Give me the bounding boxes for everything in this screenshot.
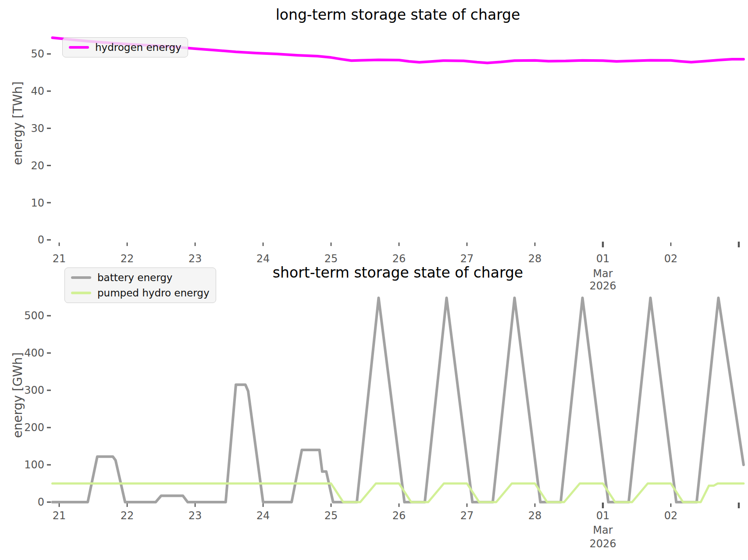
x-tick-label: 02 bbox=[664, 253, 678, 265]
x-tick-sublabel: 2026 bbox=[589, 538, 616, 550]
legend-short-term: battery energypumped hydro energy bbox=[64, 268, 216, 303]
y-tick-mark bbox=[47, 239, 51, 241]
y-tick-label: 50 bbox=[31, 48, 44, 60]
legend-line-sample bbox=[71, 292, 91, 294]
x-tick-label: 23 bbox=[189, 253, 202, 265]
x-tick-label: 22 bbox=[121, 253, 134, 265]
y-tick-label: 300 bbox=[24, 384, 44, 396]
x-tick-label: 24 bbox=[256, 253, 270, 265]
x-tick-label: 01 bbox=[596, 510, 610, 522]
x-tick-label: 24 bbox=[256, 510, 270, 522]
figure: 01020304050212223242526272801Mar20260201… bbox=[0, 0, 748, 560]
x-tick-mark bbox=[127, 243, 128, 246]
x-tick-mark bbox=[59, 503, 60, 507]
x-tick-mark-major bbox=[738, 242, 740, 247]
x-tick-mark bbox=[670, 243, 672, 246]
x-tick-mark bbox=[467, 243, 468, 246]
y-tick-mark bbox=[47, 165, 51, 166]
x-tick-mark bbox=[670, 503, 672, 507]
legend-entry-label: pumped hydro energy bbox=[97, 287, 210, 299]
y-tick-label: 0 bbox=[38, 496, 44, 508]
legend-entry: pumped hydro energy bbox=[71, 287, 210, 299]
x-tick-mark-major bbox=[602, 242, 604, 247]
y-axis-label-gwh: energy [GWh] bbox=[11, 352, 25, 438]
x-tick-mark-major bbox=[602, 503, 604, 508]
legend-entry: hydrogen energy bbox=[69, 42, 182, 53]
y-tick-mark bbox=[47, 202, 51, 203]
y-tick-label: 40 bbox=[31, 85, 44, 97]
x-tick-mark bbox=[263, 503, 264, 507]
x-tick-mark bbox=[127, 503, 128, 507]
series-line-battery-energy bbox=[53, 298, 744, 502]
series-line-pumped-hydro-energy bbox=[53, 484, 744, 503]
x-tick-sublabel: 2026 bbox=[589, 280, 616, 292]
chart-title-long-term: long-term storage state of charge bbox=[52, 6, 744, 23]
legend-entry-label: battery energy bbox=[97, 272, 172, 283]
x-tick-mark bbox=[534, 243, 536, 246]
x-tick-mark bbox=[399, 503, 400, 507]
legend-long-term: hydrogen energy bbox=[62, 37, 188, 57]
x-tick-mark bbox=[195, 503, 196, 507]
x-tick-label: 22 bbox=[121, 510, 134, 522]
x-tick-label: 26 bbox=[392, 510, 406, 522]
legend-line-sample bbox=[69, 46, 89, 49]
y-tick-mark bbox=[47, 315, 51, 317]
y-tick-mark bbox=[47, 353, 51, 354]
x-tick-sublabel: Mar bbox=[593, 524, 613, 536]
y-tick-label: 400 bbox=[24, 347, 44, 359]
x-tick-mark bbox=[195, 243, 196, 246]
x-tick-mark bbox=[534, 503, 536, 507]
y-axis-label-twh: energy [TWh] bbox=[11, 82, 25, 165]
x-tick-label: 25 bbox=[324, 253, 338, 265]
x-tick-label: 27 bbox=[460, 253, 474, 265]
x-tick-mark bbox=[263, 243, 264, 246]
x-tick-label: 28 bbox=[528, 253, 542, 265]
x-tick-label: 02 bbox=[664, 510, 678, 522]
y-tick-label: 30 bbox=[31, 122, 44, 135]
x-tick-label: 21 bbox=[53, 253, 66, 265]
x-tick-mark bbox=[59, 243, 60, 246]
y-tick-mark bbox=[47, 90, 51, 92]
x-tick-mark bbox=[331, 243, 332, 246]
y-tick-label: 20 bbox=[31, 160, 44, 172]
y-tick-mark bbox=[47, 54, 51, 55]
y-tick-mark bbox=[47, 464, 51, 466]
x-tick-mark bbox=[331, 503, 332, 507]
y-tick-label: 200 bbox=[24, 421, 44, 434]
y-tick-label: 0 bbox=[38, 234, 44, 246]
x-tick-label: 21 bbox=[53, 510, 66, 522]
x-tick-label: 01 bbox=[596, 253, 610, 265]
x-tick-label: 26 bbox=[392, 253, 406, 265]
y-tick-mark bbox=[47, 128, 51, 129]
y-tick-mark bbox=[47, 502, 51, 503]
y-tick-label: 500 bbox=[24, 310, 44, 322]
legend-line-sample bbox=[71, 276, 91, 279]
legend-entry-label: hydrogen energy bbox=[95, 42, 182, 53]
y-tick-label: 10 bbox=[31, 197, 44, 209]
x-tick-mark bbox=[467, 503, 468, 507]
x-tick-label: 28 bbox=[528, 510, 542, 522]
x-tick-label: 23 bbox=[189, 510, 202, 522]
y-tick-mark bbox=[47, 427, 51, 428]
y-tick-label: 100 bbox=[24, 459, 44, 471]
x-tick-label: 27 bbox=[460, 510, 474, 522]
x-tick-mark-major bbox=[738, 503, 740, 508]
y-tick-mark bbox=[47, 390, 51, 391]
x-tick-label: 25 bbox=[324, 510, 338, 522]
legend-entry: battery energy bbox=[71, 272, 210, 283]
x-tick-mark bbox=[399, 243, 400, 246]
